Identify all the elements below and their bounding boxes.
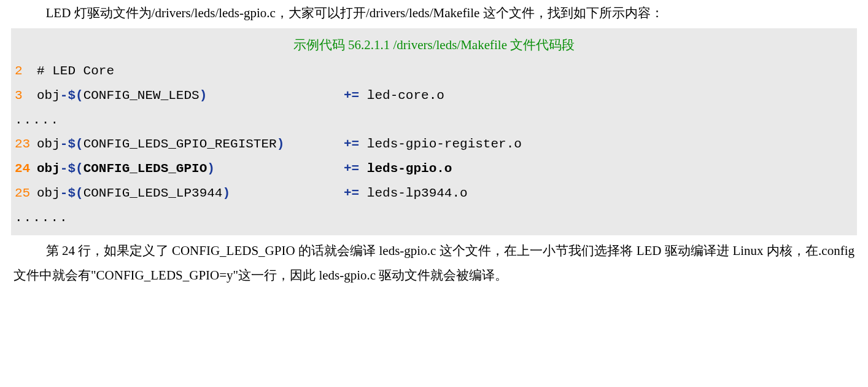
code-text: # LED Core [37, 59, 344, 84]
code-line-24: 24 obj-$(CONFIG_LEDS_GPIO) += leds-gpio.… [11, 157, 857, 181]
closing-paragraph: 第 24 行，如果定义了 CONFIG_LEDS_GPIO 的话就会编译 led… [0, 235, 868, 288]
line-number: 25 [11, 181, 37, 206]
code-text: obj-$(CONFIG_LEDS_LP3944) [37, 181, 344, 206]
code-text: obj-$(CONFIG_LEDS_GPIO_REGISTER) [37, 132, 344, 157]
ellipsis: ..... [11, 108, 857, 133]
code-line-3: 3 obj-$(CONFIG_NEW_LEDS) += led-core.o [11, 84, 857, 108]
code-block: 示例代码 56.2.1.1 /drivers/leds/Makefile 文件代… [11, 28, 857, 235]
closing-text: 第 24 行，如果定义了 CONFIG_LEDS_GPIO 的话就会编译 led… [14, 243, 854, 283]
code-text: += leds-gpio-register.o [344, 132, 522, 157]
line-number: 24 [11, 157, 37, 181]
code-text: obj-$(CONFIG_NEW_LEDS) [37, 84, 344, 108]
code-line-25: 25 obj-$(CONFIG_LEDS_LP3944) += leds-lp3… [11, 181, 857, 206]
line-number: 3 [11, 84, 37, 108]
code-text: += leds-gpio.o [344, 157, 452, 181]
code-text: += leds-lp3944.o [344, 181, 468, 206]
code-caption: 示例代码 56.2.1.1 /drivers/leds/Makefile 文件代… [11, 31, 857, 59]
code-line-23: 23 obj-$(CONFIG_LEDS_GPIO_REGISTER) += l… [11, 132, 857, 157]
intro-paragraph: LED 灯驱动文件为/drivers/leds/leds-gpio.c，大家可以… [0, 0, 868, 28]
code-line-2: 2 # LED Core [11, 59, 857, 84]
line-number: 2 [11, 59, 37, 84]
ellipsis: ...... [11, 206, 857, 230]
intro-text: LED 灯驱动文件为/drivers/leds/leds-gpio.c，大家可以… [14, 1, 854, 26]
code-text: += led-core.o [344, 84, 444, 108]
line-number: 23 [11, 132, 37, 157]
code-text: obj-$(CONFIG_LEDS_GPIO) [37, 157, 344, 181]
